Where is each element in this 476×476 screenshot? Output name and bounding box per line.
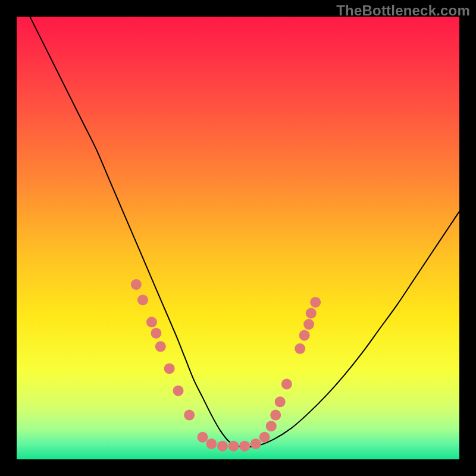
data-marker	[206, 439, 217, 449]
data-marker	[173, 386, 184, 396]
gradient-background	[17, 17, 459, 459]
data-marker	[275, 396, 286, 407]
data-marker	[250, 439, 261, 449]
chart-plot-area	[17, 17, 459, 459]
data-marker	[259, 432, 270, 443]
data-marker	[303, 319, 314, 330]
data-marker	[151, 328, 161, 339]
data-marker	[146, 317, 157, 327]
data-marker	[266, 421, 277, 431]
data-marker	[155, 341, 166, 352]
chart-frame: TheBottleneck.com	[0, 0, 476, 476]
data-marker	[310, 297, 321, 308]
data-marker	[239, 441, 250, 452]
data-marker	[197, 432, 208, 443]
data-marker	[306, 308, 317, 318]
data-marker	[299, 330, 310, 341]
data-marker	[295, 343, 305, 354]
data-marker	[281, 379, 292, 390]
data-marker	[217, 441, 228, 452]
chart-svg	[17, 17, 459, 459]
data-marker	[184, 410, 195, 421]
data-marker	[270, 410, 281, 421]
data-marker	[228, 441, 239, 452]
data-marker	[137, 295, 148, 305]
data-marker	[164, 363, 175, 374]
data-marker	[131, 279, 142, 290]
